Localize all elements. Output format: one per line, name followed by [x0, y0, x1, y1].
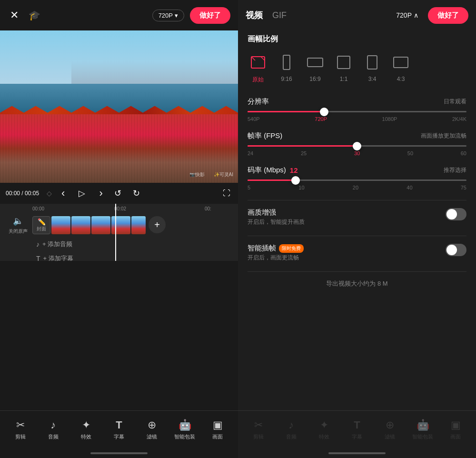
bitrate-title-row: 码率 (Mbps) 12: [248, 166, 298, 175]
aspect-item-9-16[interactable]: 9:16: [276, 52, 297, 82]
toolbar-item-filter[interactable]: ⊕ 滤镜: [139, 419, 165, 440]
toolbar-item-audio[interactable]: ♪ 音频: [40, 419, 66, 440]
toolbar-item-dim-cut[interactable]: ✂ 剪辑: [245, 419, 271, 440]
toolbar-item-dim-filter[interactable]: ⊕ 滤镜: [377, 419, 403, 440]
toolbar-item-dim-subtitle[interactable]: T 字幕: [344, 419, 370, 440]
aspect-label-16-9: 16:9: [309, 76, 320, 82]
aspect-icon-9-16: [276, 52, 297, 73]
resolution-slider-note: 日常观看: [444, 98, 466, 106]
undo-button[interactable]: ↺: [112, 186, 123, 200]
aspect-item-3-4[interactable]: 3:4: [362, 52, 383, 82]
canvas-icon: ▣: [213, 419, 223, 431]
bitrate-slider-thumb[interactable]: [291, 176, 300, 185]
dim-ai-icon: 🤖: [416, 419, 429, 431]
resolution-button-right[interactable]: 720P ∧: [396, 11, 418, 19]
aspect-label-1-1: 1:1: [340, 76, 348, 82]
fps-slider-track: [248, 145, 466, 147]
toolbar-item-effects[interactable]: ✦ 特效: [73, 419, 99, 440]
cut-label: 剪辑: [15, 433, 26, 440]
resolution-button-left[interactable]: 720P ▾: [152, 10, 184, 21]
res-label-1080: 1080P: [382, 116, 397, 122]
video-thumb-5: [131, 216, 146, 234]
fps-slider-thumb[interactable]: [353, 142, 361, 150]
add-audio-row[interactable]: ♪ + 添加音频: [32, 237, 238, 251]
aspect-ratio-row: 原始 9:16 16:9: [248, 52, 466, 84]
fps-label-50: 50: [407, 150, 413, 156]
redo-button[interactable]: ↻: [131, 186, 142, 200]
aspect-icon-3-4: [362, 52, 383, 73]
toolbar-item-ai-package[interactable]: 🤖 智能包装: [172, 419, 198, 440]
toolbar-item-dim-audio[interactable]: ♪ 音频: [278, 419, 304, 440]
video-track-row: 🔈 关闭原声 ✏️ 封面 +: [0, 213, 238, 237]
left-header: ✕ 🎓 720P ▾ 做好了: [0, 0, 238, 30]
done-button-left[interactable]: 做好了: [190, 7, 230, 24]
aspect-item-16-9[interactable]: 16:9: [305, 52, 326, 82]
effects-icon: ✦: [82, 419, 90, 431]
dim-ai-label: 智能包装: [412, 433, 433, 440]
home-bar-right: [328, 452, 386, 454]
svg-rect-3: [337, 56, 350, 69]
fps-slider-labels: 24 25 30 50 60: [248, 150, 466, 156]
aspect-icon-4-3: [390, 52, 411, 73]
aspect-icon-original: [248, 52, 268, 73]
enhance-toggle[interactable]: [446, 208, 466, 220]
dim-effects-icon: ✦: [320, 419, 328, 431]
resolution-slider-track: [248, 111, 466, 112]
play-button[interactable]: ▷: [74, 186, 89, 201]
bitrate-label-20: 20: [353, 185, 358, 190]
fullscreen-button[interactable]: ⛶: [221, 187, 232, 199]
aspect-label-4-3: 4:3: [397, 76, 405, 82]
aspect-item-original[interactable]: 原始: [248, 52, 268, 84]
aspect-icon-16-9: [305, 52, 326, 73]
home-bar-left: [90, 452, 148, 454]
resolution-slider-fill: [248, 111, 324, 112]
smart-interp-content: 智能插帧 限时免费 开启后，画面更流畅: [248, 244, 446, 262]
next-button[interactable]: ›: [97, 185, 104, 201]
prev-button[interactable]: ‹: [60, 185, 67, 201]
resolution-slider-thumb[interactable]: [320, 108, 328, 116]
audio-toggle-label[interactable]: 🔈 关闭原声: [4, 216, 32, 235]
svg-rect-2: [307, 58, 323, 67]
bitrate-slider-container[interactable]: [248, 179, 466, 181]
toolbar-item-cut[interactable]: ✂ 剪辑: [7, 419, 33, 440]
ai-package-label: 智能包装: [174, 433, 195, 440]
music-note-icon: ♪: [36, 240, 40, 248]
resolution-slider-header: 分辨率 日常观看: [248, 97, 466, 106]
video-track: ✏️ 封面 +: [32, 216, 238, 234]
cover-thumb[interactable]: ✏️ 封面: [32, 216, 50, 234]
toolbar-item-dim-effects[interactable]: ✦ 特效: [311, 419, 337, 440]
aspect-item-1-1[interactable]: 1:1: [333, 52, 354, 82]
toolbar-item-dim-ai[interactable]: 🤖 智能包装: [410, 419, 436, 440]
aspect-ratio-title: 画幅比例: [248, 34, 466, 44]
toolbar-item-canvas[interactable]: ▣ 画面: [205, 419, 231, 440]
fps-label-60: 60: [461, 150, 466, 156]
done-button-right[interactable]: 做好了: [428, 7, 468, 24]
watermark-kuaiying: 📷快影: [189, 171, 205, 178]
dim-cut-icon: ✂: [254, 419, 263, 431]
effects-label: 特效: [81, 433, 91, 440]
add-clip-button[interactable]: +: [149, 216, 166, 233]
smart-interp-toggle[interactable]: [446, 244, 466, 256]
enhance-title: 画质增强: [248, 208, 446, 217]
toolbar-item-dim-canvas[interactable]: ▣ 画面: [443, 419, 469, 440]
aspect-item-4-3[interactable]: 4:3: [390, 52, 411, 82]
dim-effects-label: 特效: [319, 433, 329, 440]
diamond-icon: ◇: [47, 189, 52, 197]
close-icon[interactable]: ✕: [8, 9, 21, 22]
home-indicator-left: [0, 448, 238, 458]
fps-label-24: 24: [248, 150, 253, 156]
export-size-text: 导出视频大小约为 8 M: [248, 271, 466, 296]
resolution-slider-container[interactable]: [248, 111, 466, 112]
fps-slider-container[interactable]: [248, 145, 466, 147]
bitrate-slider-labels: 5 10 20 40 75: [248, 185, 466, 190]
graduate-icon[interactable]: 🎓: [27, 8, 42, 23]
bitrate-label-75: 75: [461, 185, 466, 190]
canvas-label: 画面: [212, 433, 223, 440]
toolbar-item-subtitle[interactable]: T 字幕: [106, 419, 132, 440]
tab-gif[interactable]: GIF: [272, 10, 287, 20]
add-subtitle-row[interactable]: T + 添加字幕: [32, 251, 238, 261]
tab-video[interactable]: 视频: [246, 10, 263, 21]
bitrate-label-5: 5: [248, 185, 250, 190]
dim-audio-label: 音频: [286, 433, 297, 440]
ai-package-icon: 🤖: [178, 419, 191, 431]
